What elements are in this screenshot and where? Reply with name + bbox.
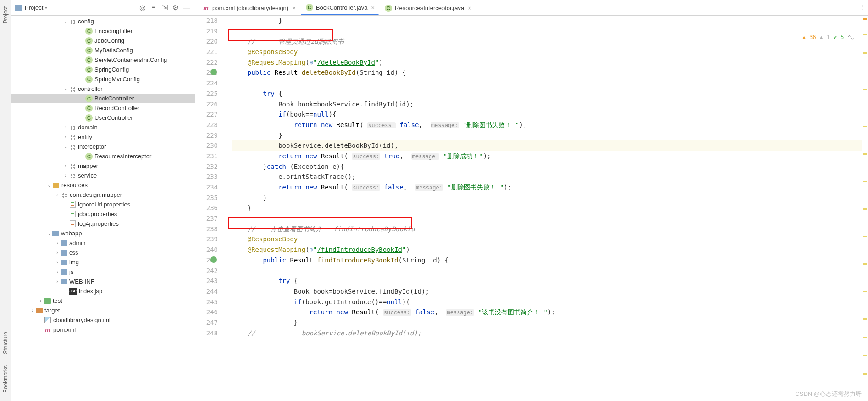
gutter-run-icon[interactable] bbox=[210, 256, 217, 263]
code-line[interactable] bbox=[232, 266, 862, 276]
error-stripe-mark[interactable] bbox=[863, 337, 867, 338]
close-icon[interactable]: × bbox=[468, 5, 471, 11]
line-number[interactable]: 238 bbox=[195, 224, 218, 234]
code-line[interactable]: return new Result( success: false, messa… bbox=[232, 307, 862, 317]
code-line[interactable]: public Result findIntroduceByBookId(Stri… bbox=[232, 255, 862, 266]
inspection-status[interactable]: ▲36 ▲1 ✔5 ⌃⌄ bbox=[802, 32, 854, 43]
rail-bookmarks[interactable]: Bookmarks bbox=[2, 365, 9, 393]
editor-body[interactable]: 2182192202212222232242252262272282292302… bbox=[195, 16, 868, 401]
code-line[interactable]: } bbox=[232, 317, 862, 328]
code-line[interactable]: return new Result( success: false, messa… bbox=[232, 120, 862, 130]
error-stripe-mark[interactable] bbox=[863, 318, 867, 320]
twisty-icon[interactable]: › bbox=[38, 298, 44, 303]
code-line[interactable]: } bbox=[232, 193, 862, 203]
line-number[interactable]: 232 bbox=[195, 162, 218, 172]
line-number[interactable]: 244 bbox=[195, 286, 218, 297]
code-line[interactable]: e.printStackTrace(); bbox=[232, 172, 862, 182]
tree-item[interactable]: ›img bbox=[11, 257, 195, 267]
code-line[interactable]: try { bbox=[232, 276, 862, 286]
twisty-icon[interactable]: › bbox=[29, 308, 36, 313]
line-number[interactable]: 241 bbox=[195, 255, 218, 266]
line-number[interactable]: 227 bbox=[195, 109, 218, 120]
tree-item[interactable]: cloudlibrarydesign.iml bbox=[11, 315, 195, 325]
tree-item[interactable]: jdbc.properties bbox=[11, 209, 195, 219]
project-tree[interactable]: ⌄configCEncodingFilterCJdbcConfigCMyBati… bbox=[11, 16, 195, 401]
line-number[interactable]: 223 bbox=[195, 67, 218, 78]
line-number[interactable]: 234 bbox=[195, 182, 218, 193]
tree-item[interactable]: CResourcesInterceptor bbox=[11, 151, 195, 161]
tree-item[interactable]: ›js bbox=[11, 267, 195, 277]
twisty-icon[interactable]: › bbox=[54, 250, 61, 255]
error-stripe-mark[interactable] bbox=[863, 126, 867, 127]
tree-item[interactable]: CRecordController bbox=[11, 103, 195, 113]
code-line[interactable]: try { bbox=[232, 89, 862, 99]
error-stripe-mark[interactable] bbox=[863, 52, 867, 54]
tree-item[interactable]: ›domain bbox=[11, 123, 195, 132]
code-line[interactable]: if(book==null){ bbox=[232, 109, 862, 120]
project-panel-title[interactable]: Project bbox=[25, 4, 43, 11]
code-line[interactable]: return new Result( success: false, messa… bbox=[232, 182, 862, 193]
code-line[interactable]: } bbox=[232, 16, 862, 26]
tree-item[interactable]: ›mapper bbox=[11, 161, 195, 171]
tree-item[interactable]: mpom.xml bbox=[11, 325, 195, 334]
tabbar-more-icon[interactable]: ⋮ bbox=[859, 3, 865, 10]
code-line[interactable]: // 管理员通过id删除图书 bbox=[232, 36, 862, 47]
locate-icon[interactable]: ◎ bbox=[137, 2, 148, 13]
twisty-icon[interactable]: › bbox=[54, 240, 61, 245]
gutter-run-icon[interactable] bbox=[210, 69, 217, 75]
close-icon[interactable]: × bbox=[371, 4, 375, 11]
tree-item[interactable]: ›entity bbox=[11, 132, 195, 142]
line-number[interactable]: 239 bbox=[195, 234, 218, 245]
line-number[interactable]: 224 bbox=[195, 78, 218, 89]
twisty-icon[interactable]: ⌄ bbox=[62, 86, 69, 91]
gear-icon[interactable]: ⚙ bbox=[170, 2, 181, 13]
twisty-icon[interactable]: › bbox=[62, 125, 69, 130]
error-stripe-mark[interactable] bbox=[863, 291, 867, 292]
line-number[interactable]: 247 bbox=[195, 317, 218, 328]
close-icon[interactable]: × bbox=[292, 5, 296, 11]
twisty-icon[interactable]: › bbox=[62, 173, 69, 178]
tree-item[interactable]: ignoreUrl.properties bbox=[11, 200, 195, 209]
line-number[interactable]: 248 bbox=[195, 328, 218, 339]
code-line[interactable]: if(book.getIntroduce()==null){ bbox=[232, 297, 862, 307]
code-line[interactable] bbox=[232, 213, 862, 224]
code-line[interactable]: @RequestMapping(⊕"/deleteBookById") bbox=[232, 57, 862, 68]
twisty-icon[interactable]: › bbox=[62, 163, 69, 168]
twisty-icon[interactable]: › bbox=[54, 192, 61, 197]
tree-item[interactable]: ⌄resources bbox=[11, 180, 195, 190]
tree-item[interactable]: CMyBatisConfig bbox=[11, 45, 195, 55]
code-line[interactable]: } bbox=[232, 203, 862, 213]
twisty-icon[interactable]: › bbox=[54, 260, 61, 265]
line-number[interactable]: 243 bbox=[195, 276, 218, 286]
tree-item[interactable]: ›com.design.mapper bbox=[11, 190, 195, 200]
twisty-icon[interactable]: › bbox=[54, 269, 61, 274]
collapse-all-icon[interactable]: ⇲ bbox=[159, 2, 170, 13]
line-number[interactable]: 237 bbox=[195, 213, 218, 224]
code-line[interactable]: public Result deleteBookById(String id) … bbox=[232, 67, 862, 78]
line-number[interactable]: 231 bbox=[195, 151, 218, 162]
tree-item[interactable]: CSpringMvcConfig bbox=[11, 74, 195, 84]
tree-item[interactable]: CEncodingFilter bbox=[11, 26, 195, 36]
editor-code[interactable]: } // 管理员通过id删除图书 @ResponseBody @RequestM… bbox=[228, 16, 862, 401]
line-number[interactable]: 230 bbox=[195, 140, 218, 151]
code-line[interactable] bbox=[232, 26, 862, 37]
line-number[interactable]: 225 bbox=[195, 89, 218, 99]
code-line[interactable]: } bbox=[232, 130, 862, 141]
tree-item[interactable]: log4j.properties bbox=[11, 219, 195, 228]
tree-item[interactable]: CServletContainersInitConfig bbox=[11, 55, 195, 65]
error-stripe-mark[interactable] bbox=[863, 153, 867, 155]
line-number[interactable]: 235 bbox=[195, 193, 218, 203]
line-number[interactable]: 221 bbox=[195, 47, 218, 57]
hide-icon[interactable]: — bbox=[181, 2, 192, 13]
line-number[interactable]: 219 bbox=[195, 26, 218, 37]
line-number[interactable]: 220 bbox=[195, 36, 218, 47]
tree-item[interactable]: CUserController bbox=[11, 113, 195, 123]
rail-project[interactable]: Project bbox=[2, 6, 9, 23]
code-line[interactable]: // bookService.deleteBookById(id); bbox=[232, 328, 862, 339]
code-line[interactable]: return new Result( success: true, messag… bbox=[232, 151, 862, 162]
line-number[interactable]: 240 bbox=[195, 245, 218, 255]
line-number[interactable]: 228 bbox=[195, 120, 218, 130]
error-stripe-mark[interactable] bbox=[863, 18, 867, 20]
tree-item[interactable]: ›WEB-INF bbox=[11, 277, 195, 286]
code-line[interactable]: @RequestMapping(⊕"/findIntroduceByBookId… bbox=[232, 245, 862, 255]
